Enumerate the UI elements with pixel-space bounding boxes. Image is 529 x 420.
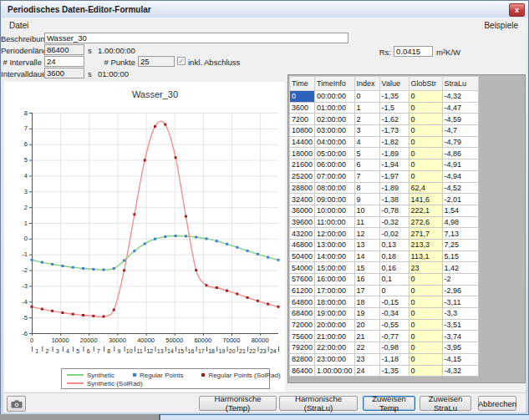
table-cell[interactable]: -4,52 bbox=[442, 182, 478, 194]
zuweisen-temp-button[interactable]: Zuweisen Temp bbox=[363, 396, 415, 411]
table-cell[interactable]: -1,89 bbox=[379, 182, 409, 194]
table-cell[interactable]: 0 bbox=[409, 136, 442, 148]
table-cell[interactable]: 272,6 bbox=[409, 216, 442, 228]
table-cell[interactable]: 0 bbox=[409, 102, 442, 114]
table-cell[interactable]: 79200 bbox=[290, 342, 315, 354]
table-cell[interactable]: -0,98 bbox=[379, 342, 409, 354]
table-cell[interactable]: -4,94 bbox=[442, 170, 478, 182]
table-cell[interactable]: 3600 bbox=[290, 102, 315, 114]
title-bar[interactable]: Periodisches Daten-Editor-Formular x bbox=[1, 1, 528, 18]
table-cell[interactable]: 19 bbox=[354, 308, 379, 320]
table-cell[interactable]: 14:00:00 bbox=[315, 250, 355, 262]
table-cell[interactable]: -1,62 bbox=[379, 114, 409, 125]
table-row[interactable]: 7560021:00:0021-0,770-3,74 bbox=[290, 331, 479, 342]
table-cell[interactable]: 82800 bbox=[290, 353, 315, 365]
table-cell[interactable]: 0 bbox=[409, 319, 442, 331]
table-cell[interactable]: -4,86 bbox=[442, 148, 478, 159]
table-cell[interactable]: -4,91 bbox=[442, 159, 478, 171]
table-cell[interactable]: -2,01 bbox=[442, 194, 478, 205]
table-cell[interactable]: 16:00:00 bbox=[315, 274, 355, 286]
table-cell[interactable]: 0 bbox=[409, 125, 442, 137]
column-header-value[interactable]: Value bbox=[379, 77, 409, 91]
table-cell[interactable]: 17:00:00 bbox=[315, 285, 355, 296]
table-cell[interactable]: 5,15 bbox=[442, 250, 478, 262]
table-row[interactable]: 5760016:00:00160,10-2 bbox=[290, 274, 479, 286]
table-cell[interactable]: 16 bbox=[354, 274, 379, 286]
table-cell[interactable]: 8 bbox=[354, 182, 379, 194]
table-row[interactable]: 8280023:00:0023-1,180-4,15 bbox=[290, 353, 479, 365]
table-row[interactable]: 2880008:00:008-1,8962,4-4,52 bbox=[290, 182, 479, 194]
table-cell[interactable]: 22:00:00 bbox=[315, 342, 355, 354]
table-row[interactable]: 2160006:00:006-1,940-4,91 bbox=[290, 159, 479, 171]
table-cell[interactable]: 02:00:00 bbox=[315, 114, 355, 125]
table-cell[interactable]: 57600 bbox=[290, 274, 315, 286]
table-cell[interactable]: 0 bbox=[409, 285, 442, 296]
table-row[interactable]: 4680013:00:00130,13213,37,25 bbox=[290, 239, 479, 250]
table-cell[interactable]: 72000 bbox=[290, 319, 315, 331]
table-cell[interactable]: 01:00:00 bbox=[315, 102, 355, 114]
table-cell[interactable]: 86400 bbox=[290, 365, 315, 377]
table-cell[interactable]: 54000 bbox=[290, 262, 315, 274]
table-cell[interactable]: 0 bbox=[409, 274, 442, 286]
table-cell[interactable]: -3,11 bbox=[442, 296, 478, 308]
table-row[interactable]: 7200020:00:0020-0,550-3,51 bbox=[290, 319, 479, 331]
table-cell[interactable]: 0 bbox=[409, 114, 442, 125]
table-cell[interactable]: -3,74 bbox=[442, 331, 478, 342]
intervalldauer-input[interactable] bbox=[44, 68, 84, 78]
table-cell[interactable]: 0 bbox=[409, 91, 442, 103]
table-cell[interactable]: 00:00:00 bbox=[315, 91, 355, 103]
table-cell[interactable]: -4,79 bbox=[442, 136, 478, 148]
table-cell[interactable]: 23:00:00 bbox=[315, 353, 355, 365]
table-cell[interactable]: 05:00:00 bbox=[315, 148, 355, 159]
table-cell[interactable]: -1,73 bbox=[379, 125, 409, 137]
table-row[interactable]: 360001:00:001-1,50-4,47 bbox=[290, 102, 479, 114]
table-row[interactable]: 5400015:00:00150,16231,42 bbox=[290, 262, 479, 274]
table-cell[interactable]: 0 bbox=[379, 285, 409, 296]
table-cell[interactable]: -3,51 bbox=[442, 319, 478, 331]
column-header-time[interactable]: Time bbox=[290, 77, 315, 91]
table-cell[interactable]: -1,94 bbox=[379, 159, 409, 171]
table-cell[interactable]: 141,6 bbox=[409, 194, 442, 205]
table-cell[interactable]: 07:00:00 bbox=[315, 170, 355, 182]
table-cell[interactable]: 23 bbox=[354, 353, 379, 365]
table-cell[interactable]: 36000 bbox=[290, 205, 315, 216]
table-cell[interactable]: 10 bbox=[354, 205, 379, 216]
table-cell[interactable]: -4,7 bbox=[442, 125, 478, 137]
table-cell[interactable]: 23 bbox=[409, 262, 442, 274]
table-cell[interactable]: 2 bbox=[354, 114, 379, 125]
menu-datei[interactable]: Datei bbox=[6, 20, 32, 31]
table-cell[interactable]: 50400 bbox=[290, 250, 315, 262]
table-cell[interactable]: 271,7 bbox=[409, 228, 442, 240]
column-header-timeinfo[interactable]: TimeInfo bbox=[315, 77, 355, 91]
table-cell[interactable]: 7,25 bbox=[442, 239, 478, 250]
table-row[interactable]: 2520007:00:007-1,970-4,94 bbox=[290, 170, 479, 182]
table-cell[interactable]: 25200 bbox=[290, 170, 315, 182]
table-cell[interactable]: 18000 bbox=[290, 148, 315, 159]
table-cell[interactable]: -1,35 bbox=[379, 91, 409, 103]
table-cell[interactable]: 62,4 bbox=[409, 182, 442, 194]
table-cell[interactable]: 6 bbox=[354, 159, 379, 171]
periodenlaenge-input[interactable] bbox=[44, 44, 84, 55]
table-cell[interactable]: 22 bbox=[354, 342, 379, 354]
table-cell[interactable]: 09:00:00 bbox=[315, 194, 355, 205]
punkte-input[interactable] bbox=[138, 56, 175, 67]
table-cell[interactable]: 4 bbox=[354, 136, 379, 148]
table-cell[interactable]: -4,47 bbox=[442, 102, 478, 114]
table-cell[interactable]: 12 bbox=[354, 228, 379, 240]
table-cell[interactable]: 32400 bbox=[290, 194, 315, 205]
table-row[interactable]: 1800005:00:005-1,890-4,86 bbox=[290, 148, 479, 159]
table-cell[interactable]: 13 bbox=[354, 239, 379, 250]
table-row[interactable]: 6120017:00:001700-2,96 bbox=[290, 285, 479, 296]
table-cell[interactable]: 75600 bbox=[290, 331, 315, 342]
rs-input[interactable] bbox=[394, 46, 433, 57]
table-cell[interactable]: 61200 bbox=[290, 285, 315, 296]
table-cell[interactable]: 213,3 bbox=[409, 239, 442, 250]
table-cell[interactable]: 0,16 bbox=[379, 262, 409, 274]
table-cell[interactable]: 7,13 bbox=[442, 228, 478, 240]
column-header-globstr[interactable]: GlobStr bbox=[409, 77, 442, 91]
table-cell[interactable]: 0 bbox=[409, 331, 442, 342]
table-cell[interactable]: 21600 bbox=[290, 159, 315, 171]
table-cell[interactable]: 10800 bbox=[290, 125, 315, 137]
table-cell[interactable]: 15:00:00 bbox=[315, 262, 355, 274]
table-cell[interactable]: 0,18 bbox=[379, 250, 409, 262]
